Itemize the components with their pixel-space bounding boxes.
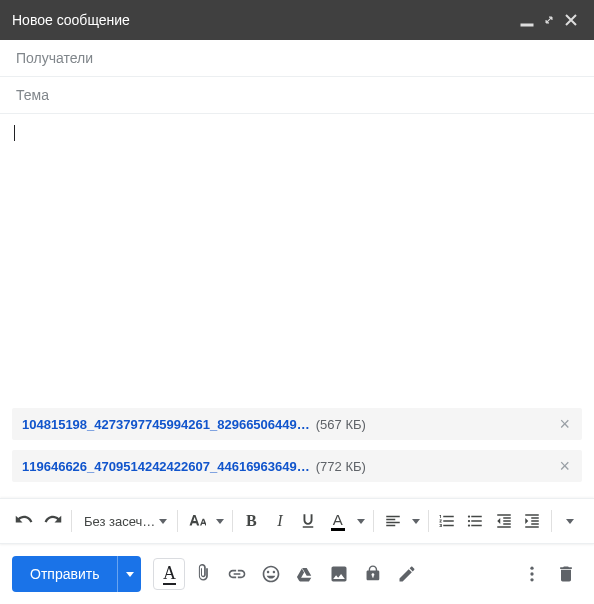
attachment-remove-icon[interactable]: × bbox=[555, 415, 574, 433]
window-title: Новое сообщение bbox=[12, 12, 516, 28]
text-color-button[interactable]: A bbox=[323, 505, 353, 537]
bold-button[interactable]: B bbox=[237, 505, 266, 537]
indent-decrease-button[interactable] bbox=[490, 505, 519, 537]
separator bbox=[551, 510, 552, 532]
numbered-list-button[interactable] bbox=[433, 505, 462, 537]
close-icon[interactable] bbox=[560, 9, 582, 31]
svg-rect-0 bbox=[521, 24, 533, 26]
separator bbox=[373, 510, 374, 532]
send-button[interactable]: Отправить bbox=[12, 556, 117, 592]
subject-input[interactable] bbox=[16, 87, 578, 103]
format-toolbar: Без засеч… B I A bbox=[0, 498, 594, 544]
recipients-input[interactable] bbox=[16, 50, 578, 66]
minimize-icon[interactable] bbox=[516, 9, 538, 31]
font-size-dropdown[interactable] bbox=[212, 505, 228, 537]
insert-emoji-icon[interactable] bbox=[255, 558, 287, 590]
italic-button[interactable]: I bbox=[266, 505, 295, 537]
recipients-field[interactable] bbox=[0, 40, 594, 77]
separator bbox=[177, 510, 178, 532]
chevron-down-icon bbox=[126, 572, 134, 577]
align-button[interactable] bbox=[378, 505, 408, 537]
insert-link-icon[interactable] bbox=[221, 558, 253, 590]
attachments-list: 104815198_4273797745994261_82966506449… … bbox=[0, 408, 594, 498]
insert-drive-icon[interactable] bbox=[289, 558, 321, 590]
chevron-down-icon bbox=[357, 519, 365, 524]
font-size-icon[interactable] bbox=[182, 505, 212, 537]
chevron-down-icon bbox=[159, 519, 167, 524]
send-options-dropdown[interactable] bbox=[117, 556, 141, 592]
attachment-size: (567 КБ) bbox=[316, 417, 366, 432]
chevron-down-icon bbox=[216, 519, 224, 524]
font-family-label: Без засеч… bbox=[84, 514, 155, 529]
more-formatting-dropdown[interactable] bbox=[556, 505, 585, 537]
attach-file-icon[interactable] bbox=[187, 558, 219, 590]
chevron-down-icon bbox=[412, 519, 420, 524]
attachment-row: 104815198_4273797745994261_82966506449… … bbox=[12, 408, 582, 440]
redo-icon[interactable] bbox=[39, 505, 68, 537]
text-color-dropdown[interactable] bbox=[353, 505, 369, 537]
insert-signature-icon[interactable] bbox=[391, 558, 423, 590]
separator bbox=[428, 510, 429, 532]
undo-icon[interactable] bbox=[10, 505, 39, 537]
discard-draft-icon[interactable] bbox=[550, 558, 582, 590]
subject-field[interactable] bbox=[0, 77, 594, 114]
separator bbox=[71, 510, 72, 532]
send-button-group: Отправить bbox=[12, 556, 141, 592]
more-options-icon[interactable] bbox=[516, 558, 548, 590]
attachment-size: (772 КБ) bbox=[316, 459, 366, 474]
svg-point-3 bbox=[530, 578, 533, 581]
attachment-name[interactable]: 119646626_4709514242422607_44616963649… bbox=[22, 459, 310, 474]
message-body[interactable] bbox=[0, 114, 594, 408]
separator bbox=[232, 510, 233, 532]
insert-photo-icon[interactable] bbox=[323, 558, 355, 590]
fullscreen-icon[interactable] bbox=[538, 9, 560, 31]
indent-increase-button[interactable] bbox=[518, 505, 547, 537]
bottom-toolbar: Отправить A bbox=[0, 544, 594, 604]
font-family-select[interactable]: Без засеч… bbox=[76, 505, 173, 537]
formatting-toggle-button[interactable]: A bbox=[153, 558, 185, 590]
align-dropdown[interactable] bbox=[408, 505, 424, 537]
chevron-down-icon bbox=[566, 519, 574, 524]
attachment-name[interactable]: 104815198_4273797745994261_82966506449… bbox=[22, 417, 310, 432]
titlebar: Новое сообщение bbox=[0, 0, 594, 40]
attachment-remove-icon[interactable]: × bbox=[555, 457, 574, 475]
underline-button[interactable] bbox=[294, 505, 323, 537]
bulleted-list-button[interactable] bbox=[461, 505, 490, 537]
confidential-mode-icon[interactable] bbox=[357, 558, 389, 590]
svg-point-2 bbox=[530, 572, 533, 575]
svg-point-1 bbox=[530, 567, 533, 570]
text-cursor bbox=[14, 125, 15, 141]
attachment-row: 119646626_4709514242422607_44616963649… … bbox=[12, 450, 582, 482]
